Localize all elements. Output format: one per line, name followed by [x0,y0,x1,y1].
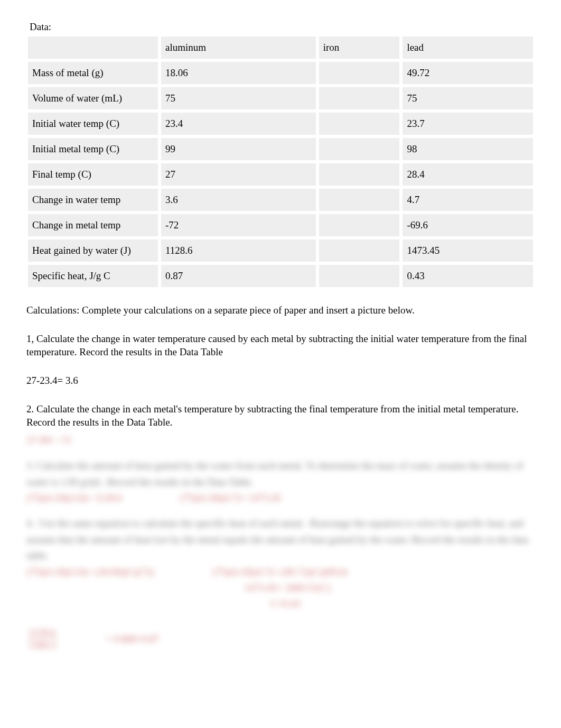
cell-lead: 23.7 [401,111,535,136]
cell-lead: 28.4 [401,162,535,187]
cell-iron [317,111,401,136]
cell-iron [317,213,401,238]
table-row: Change in metal temp -72 -69.6 [26,213,535,238]
blurred-line: 3. Calculate the amount of heat gained b… [26,458,535,490]
calculations-intro: Calculations: Complete your calculations… [26,303,535,317]
cell-iron [317,86,401,111]
row-label: Initial metal temp (C) [26,136,160,162]
cell-lead: 98 [401,136,535,162]
table-row: Initial metal temp (C) 99 98 [26,136,535,162]
data-table: aluminum iron lead Mass of metal (g) 18.… [26,35,535,289]
blurred-line: C=0.43 [270,596,348,612]
cell-lead: 49.72 [401,60,535,86]
blurred-content-region: 27-99= -72 3. Calculate the amount of he… [26,432,535,651]
table-row: Change in water temp 3.6 4.7 [26,187,535,213]
table-row: Specific heat, J/g C 0.87 0.43 [26,263,535,289]
row-label: Volume of water (mL) [26,86,160,111]
cell-aluminum: 99 [160,136,317,162]
document-page: Data: aluminum iron lead Mass of metal (… [0,0,561,683]
row-label: Change in water temp [26,187,160,213]
blurred-fraction-bottom: 1300.3 [29,640,56,651]
cell-aluminum: -72 [160,213,317,238]
table-row: Heat gained by water (J) 1128.6 1473.45 [26,238,535,263]
header-aluminum: aluminum [160,35,317,60]
blurred-fraction-top: 1128.6 [26,627,58,640]
cell-iron [317,263,401,289]
question-1-answer: 27-23.4= 3.6 [26,374,535,388]
cell-aluminum: 1128.6 [160,238,317,263]
cell-iron [317,136,401,162]
cell-aluminum: 27 [160,162,317,187]
row-label: Change in metal temp [26,213,160,238]
row-label: Specific heat, J/g C [26,263,160,289]
question-2: 2. Calculate the change in each metal's … [26,402,535,429]
cell-lead: 75 [401,86,535,111]
blurred-line: 4. Use the same equation to calculate th… [26,515,535,564]
cell-iron [317,187,401,213]
cell-lead: 1473.45 [401,238,535,263]
cell-aluminum: 3.6 [160,187,317,213]
data-heading: Data: [30,21,535,33]
table-row: Initial water temp (C) 23.4 23.7 [26,111,535,136]
header-lead: lead [401,35,535,60]
row-label: Heat gained by water (J) [26,238,160,263]
table-header-row: aluminum iron lead [26,35,535,60]
blurred-line: = 0.868=0.87 [106,633,160,645]
cell-lead: 4.7 [401,187,535,213]
blurred-line: 27-99= -72 [26,432,535,448]
cell-aluminum: 75 [160,86,317,111]
row-label: Initial water temp (C) [26,111,160,136]
table-row: Mass of metal (g) 18.06 49.72 [26,60,535,86]
blurred-line: (75)(4.18)(4.7)= 1473.45 [180,490,281,506]
cell-lead: -69.6 [401,213,535,238]
header-iron: iron [317,35,401,60]
cell-iron [317,162,401,187]
blurred-line: (75)(4.18)(4.7)= (49.72)(C)(69.6) [212,564,348,580]
cell-iron [317,60,401,86]
header-blank [26,35,160,60]
row-label: Final temp (C) [26,162,160,187]
table-row: Final temp (C) 27 28.4 [26,162,535,187]
cell-aluminum: 23.4 [160,111,317,136]
cell-lead: 0.43 [401,263,535,289]
blurred-line: 1473.45= 3460.51(C) [244,580,348,596]
cell-aluminum: 18.06 [160,60,317,86]
cell-aluminum: 0.87 [160,263,317,289]
blurred-line: (75)(4.18)(3.6)= 1128.6 [26,490,122,506]
blurred-line: (75)(4.18)(3.6)= (18.06)(C)(72) [26,564,154,612]
row-label: Mass of metal (g) [26,60,160,86]
table-row: Volume of water (mL) 75 75 [26,86,535,111]
cell-iron [317,238,401,263]
question-1: 1, Calculate the change in water tempera… [26,332,535,359]
